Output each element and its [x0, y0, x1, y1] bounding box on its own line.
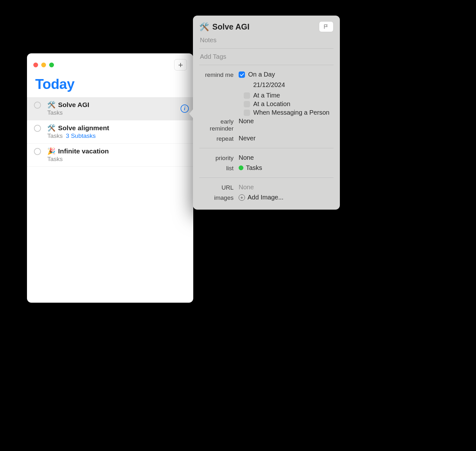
add-image-label: Add Image...: [248, 194, 283, 201]
remind-date[interactable]: 21/12/2024: [253, 81, 334, 89]
images-label: images: [199, 194, 239, 201]
flag-icon: [323, 24, 329, 30]
priority-label: priority: [199, 154, 239, 162]
url-label: URL: [199, 184, 239, 191]
remind-section: remind me On a Day 21/12/2024 At a Time …: [193, 67, 340, 146]
divider: [199, 65, 334, 65]
titlebar: +: [27, 53, 193, 74]
remind-option-at-a-location[interactable]: At a Location: [244, 100, 334, 108]
checkbox-icon: [239, 71, 245, 78]
task-title: 🛠️Solve AGI: [47, 101, 181, 109]
task-checkbox[interactable]: [34, 125, 41, 132]
notes-field[interactable]: Notes: [193, 34, 340, 46]
task-title-text: Solve AGI: [58, 101, 89, 109]
task-checkbox[interactable]: [34, 102, 41, 109]
remind-label: remind me: [199, 71, 239, 78]
task-title-text: Solve alignment: [58, 124, 109, 132]
remind-option-messaging-person[interactable]: When Messaging a Person: [244, 109, 334, 116]
task-content: 🎉Infinite vacationTasks: [47, 147, 189, 163]
task-title: 🎉Infinite vacation: [47, 147, 189, 155]
popover-title: 🛠️ Solve AGI: [199, 22, 249, 31]
task-title-text: Infinite vacation: [58, 147, 109, 155]
add-image-button[interactable]: + Add Image...: [239, 194, 334, 201]
remind-option-at-a-time[interactable]: At a Time: [244, 92, 334, 99]
repeat-value[interactable]: Never: [239, 135, 334, 142]
task-row[interactable]: 🛠️Solve alignmentTasks3 Subtasks: [27, 120, 193, 144]
early-reminder-label: early reminder: [199, 118, 239, 132]
tags-field[interactable]: Add Tags: [193, 50, 340, 63]
priority-value[interactable]: None: [239, 154, 334, 161]
url-images-section: URL None images + Add Image...: [193, 180, 340, 205]
checkbox-icon: [244, 101, 250, 107]
option-label: At a Location: [253, 100, 290, 108]
task-list-name: Tasks: [47, 156, 63, 163]
task-emoji: 🎉: [47, 147, 56, 155]
list-label: list: [199, 164, 239, 172]
divider: [199, 148, 334, 148]
task-title: 🛠️Solve alignment: [47, 124, 189, 132]
divider: [199, 178, 334, 178]
info-button[interactable]: i: [181, 104, 189, 113]
add-reminder-button[interactable]: +: [174, 59, 187, 71]
minimize-window-button[interactable]: [41, 63, 46, 67]
task-emoji: 🛠️: [47, 124, 56, 132]
zoom-window-button[interactable]: [49, 63, 54, 67]
reminders-window: + Today 🛠️Solve AGITasksi🛠️Solve alignme…: [27, 53, 193, 303]
popover-header: 🛠️ Solve AGI: [193, 16, 340, 34]
remind-option-on-a-day[interactable]: On a Day: [239, 71, 334, 78]
checkbox-icon: [244, 110, 250, 116]
option-label: At a Time: [253, 92, 280, 99]
list-name: Tasks: [246, 164, 262, 171]
task-title-text: Solve AGI: [212, 22, 249, 31]
task-meta: Tasks: [47, 156, 189, 163]
task-checkbox[interactable]: [34, 148, 41, 155]
repeat-label: repeat: [199, 135, 239, 142]
task-emoji: 🛠️: [199, 22, 209, 31]
reminder-details-popover: 🛠️ Solve AGI Notes Add Tags remind me On…: [193, 16, 340, 210]
task-content: 🛠️Solve AGITasks: [47, 101, 181, 116]
task-row[interactable]: 🛠️Solve AGITasksi: [27, 97, 193, 120]
task-emoji: 🛠️: [47, 101, 56, 109]
early-reminder-value[interactable]: None: [239, 118, 334, 125]
list-title: Today: [27, 74, 193, 97]
divider: [199, 48, 334, 49]
list-value[interactable]: Tasks: [239, 164, 334, 172]
popover-arrow: [189, 109, 194, 119]
checkbox-icon: [244, 92, 250, 99]
option-label: When Messaging a Person: [253, 109, 329, 116]
task-meta: Tasks: [47, 109, 181, 116]
task-content: 🛠️Solve alignmentTasks3 Subtasks: [47, 124, 189, 139]
task-subtasks-count[interactable]: 3 Subtasks: [66, 132, 96, 139]
task-list-name: Tasks: [47, 109, 63, 116]
task-meta: Tasks3 Subtasks: [47, 132, 189, 139]
plus-icon: +: [178, 60, 183, 70]
option-label: On a Day: [248, 71, 275, 78]
plus-circle-icon: +: [239, 194, 245, 201]
task-list: 🛠️Solve AGITasksi🛠️Solve alignmentTasks3…: [27, 97, 193, 167]
close-window-button[interactable]: [33, 63, 38, 67]
traffic-lights: [33, 63, 54, 67]
list-color-dot: [239, 165, 243, 170]
url-value[interactable]: None: [239, 184, 334, 191]
task-list-name: Tasks: [47, 132, 63, 139]
task-row[interactable]: 🎉Infinite vacationTasks: [27, 144, 193, 167]
priority-section: priority None list Tasks: [193, 150, 340, 176]
flag-button[interactable]: [319, 21, 334, 32]
